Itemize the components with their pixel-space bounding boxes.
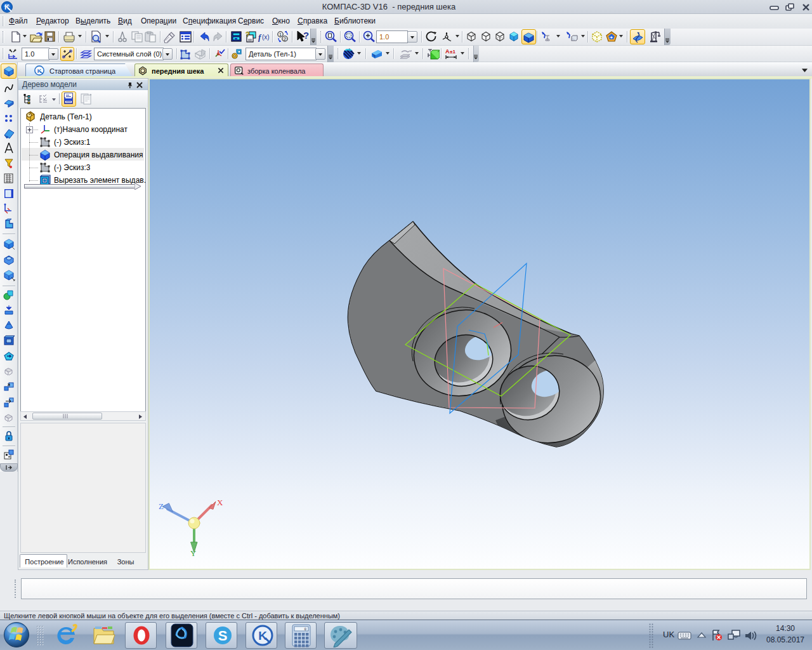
- svg-text:K: K: [258, 629, 267, 642]
- svg-text:S: S: [218, 628, 228, 644]
- svg-text:Z: Z: [159, 501, 164, 511]
- svg-text:K: K: [37, 68, 42, 74]
- svg-text:±1: ±1: [450, 49, 455, 55]
- svg-text:2: 2: [284, 36, 287, 42]
- svg-text:1: 1: [279, 32, 282, 37]
- svg-text:A: A: [445, 48, 450, 55]
- svg-text:?: ?: [246, 30, 250, 38]
- svg-text:?: ?: [303, 30, 309, 41]
- svg-text:X: X: [217, 498, 223, 507]
- svg-text:(x): (x): [262, 34, 270, 41]
- svg-text:Y: Y: [190, 548, 197, 558]
- svg-text:0: 0: [304, 627, 306, 632]
